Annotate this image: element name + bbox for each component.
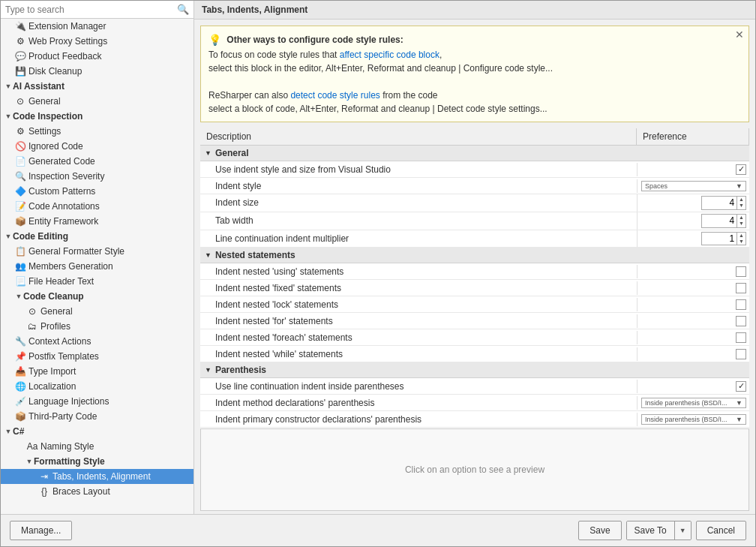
row-preference[interactable]: 1▲▼ <box>637 230 749 248</box>
tree-item-label: Postfix Templates <box>28 351 99 362</box>
row-description: Line continuation indent multiplier <box>200 231 637 246</box>
tree-item-general-cleanup[interactable]: ⊙General <box>1 304 194 319</box>
row-description: Indent style <box>200 179 637 194</box>
tree-item-entity-framework[interactable]: 📦Entity Framework <box>1 214 194 229</box>
tree-item-code-inspection[interactable]: ▼Code Inspection <box>1 109 194 124</box>
preference-checkbox[interactable] <box>736 283 746 293</box>
tree-item-ignored-code[interactable]: 🚫Ignored Code <box>1 139 194 154</box>
tree-item-profiles[interactable]: 🗂Profiles <box>1 319 194 334</box>
tree-item-members-generation[interactable]: 👥Members Generation <box>1 259 194 274</box>
save-button[interactable]: Save <box>578 521 621 540</box>
save-to-dropdown-arrow[interactable]: ▼ <box>674 521 691 539</box>
tree-item-settings[interactable]: ⚙Settings <box>1 124 194 139</box>
tree-item-csharp[interactable]: ▼C# <box>1 424 194 439</box>
spinbox-up[interactable]: ▲ <box>737 233 746 239</box>
spinbox-up[interactable]: ▲ <box>737 215 746 221</box>
tree-item-extension-manager[interactable]: 🔌Extension Manager <box>1 19 194 34</box>
search-icon: 🔍 <box>177 4 189 15</box>
tree-item-product-feedback[interactable]: 💬Product Feedback <box>1 49 194 64</box>
link-detect-code-style[interactable]: detect code style rules <box>290 90 380 101</box>
tree-item-naming-style[interactable]: AaNaming Style <box>1 439 194 454</box>
dropdown-arrow-icon: ▼ <box>736 399 742 407</box>
row-preference[interactable] <box>637 163 749 176</box>
right-panel-title: Tabs, Indents, Alignment <box>194 1 755 20</box>
tree-item-formatting-style[interactable]: ▼Formatting Style <box>1 454 194 469</box>
tree-item-ai-assistant[interactable]: ▼AI Assistant <box>1 79 194 94</box>
tree-item-general-ai[interactable]: ⊙General <box>1 94 194 109</box>
tree-item-tabs-indents-alignment[interactable]: ⇥Tabs, Indents, Alignment <box>1 469 194 484</box>
row-preference[interactable]: 4▲▼ <box>637 212 749 230</box>
row-preference[interactable] <box>637 331 749 344</box>
postfix-icon: 📌 <box>14 350 26 362</box>
search-bar: 🔍 <box>1 1 194 19</box>
spinbox-value: 4 <box>702 215 736 227</box>
close-info-button[interactable]: ✕ <box>735 29 744 40</box>
tree-item-postfix-templates[interactable]: 📌Postfix Templates <box>1 349 194 364</box>
tree-item-inspection-severity[interactable]: 🔍Inspection Severity <box>1 169 194 184</box>
tree-item-context-actions[interactable]: 🔧Context Actions <box>1 334 194 349</box>
preference-checkbox[interactable] <box>736 266 746 277</box>
preference-dropdown[interactable]: Inside parenthesis (BSD/I...▼ <box>641 414 746 425</box>
preference-spinbox[interactable]: 4▲▼ <box>701 214 746 228</box>
row-preference[interactable] <box>637 281 749 295</box>
tree-item-label: Ignored Code <box>28 141 83 152</box>
preference-checkbox[interactable] <box>736 332 746 343</box>
footer-left: Manage... <box>10 521 574 540</box>
tree-item-label: Localization <box>28 381 76 392</box>
table-row: Indent nested 'foreach' statements <box>200 329 749 346</box>
settings-tree: 🔌Extension Manager⚙Web Proxy Settings💬Pr… <box>1 19 194 514</box>
link-affect-code-block[interactable]: affect specific code block <box>340 50 440 60</box>
preference-checkbox[interactable] <box>736 164 746 175</box>
row-preference[interactable]: Spaces▼ <box>637 179 749 193</box>
tree-item-label: Web Proxy Settings <box>28 36 107 47</box>
cancel-button[interactable]: Cancel <box>696 521 746 540</box>
tree-item-label: Settings <box>28 126 61 137</box>
tree-item-type-import[interactable]: 📥Type Import <box>1 364 194 379</box>
tree-item-braces-layout[interactable]: {}Braces Layout <box>1 484 194 499</box>
preference-spinbox[interactable]: 1▲▼ <box>701 232 746 246</box>
tree-item-file-header-text[interactable]: 📃File Header Text <box>1 274 194 289</box>
preference-checkbox[interactable] <box>736 381 746 392</box>
row-description: Indent method declarations' parenthesis <box>200 395 637 410</box>
save-to-button[interactable]: Save To <box>627 521 674 539</box>
file-icon: 📃 <box>14 275 26 287</box>
spinbox-up[interactable]: ▲ <box>737 197 746 203</box>
row-preference[interactable] <box>637 298 749 311</box>
tree-item-general-formatter[interactable]: 📋General Formatter Style <box>1 244 194 259</box>
tree-item-web-proxy[interactable]: ⚙Web Proxy Settings <box>1 34 194 49</box>
row-preference[interactable] <box>637 314 749 328</box>
tree-item-label: Code Annotations <box>28 201 100 212</box>
preference-checkbox[interactable] <box>736 316 746 326</box>
spinbox-down[interactable]: ▼ <box>737 203 746 209</box>
tree-item-label: General <box>28 96 61 107</box>
tree-item-third-party-code[interactable]: 📦Third-Party Code <box>1 409 194 424</box>
context-icon: 🔧 <box>14 335 26 347</box>
row-preference[interactable] <box>637 380 749 393</box>
tree-item-localization[interactable]: 🌐Localization <box>1 379 194 394</box>
tree-item-code-cleanup[interactable]: ▼Code Cleanup <box>1 289 194 304</box>
preference-dropdown[interactable]: Inside parenthesis (BSD/I...▼ <box>641 398 746 408</box>
tree-item-code-editing[interactable]: ▼Code Editing <box>1 229 194 244</box>
tree-item-generated-code[interactable]: 📄Generated Code <box>1 154 194 169</box>
tree-item-code-annotations[interactable]: 📝Code Annotations <box>1 199 194 214</box>
members-icon: 👥 <box>14 260 26 272</box>
col-preference: Preference <box>637 128 749 145</box>
row-preference[interactable]: 4▲▼ <box>637 194 749 212</box>
preference-checkbox[interactable] <box>736 349 746 359</box>
preference-checkbox[interactable] <box>736 299 746 310</box>
tree-item-disk-cleanup[interactable]: 💾Disk Cleanup <box>1 64 194 79</box>
dropdown-value: Spaces <box>645 182 668 190</box>
preference-dropdown[interactable]: Spaces▼ <box>641 181 746 191</box>
preference-spinbox[interactable]: 4▲▼ <box>701 196 746 210</box>
row-preference[interactable]: Inside parenthesis (BSD/I...▼ <box>637 396 749 410</box>
row-preference[interactable] <box>637 347 749 361</box>
search-input[interactable] <box>5 5 174 15</box>
spinbox-down[interactable]: ▼ <box>737 239 746 245</box>
tree-item-language-injections[interactable]: 💉Language Injections <box>1 394 194 409</box>
spinbox-down[interactable]: ▼ <box>737 221 746 227</box>
tree-item-label: Entity Framework <box>28 216 98 227</box>
row-preference[interactable] <box>637 265 749 278</box>
manage-button[interactable]: Manage... <box>10 521 72 540</box>
row-preference[interactable]: Inside parenthesis (BSD/I...▼ <box>637 413 749 426</box>
tree-item-custom-patterns[interactable]: 🔷Custom Patterns <box>1 184 194 199</box>
